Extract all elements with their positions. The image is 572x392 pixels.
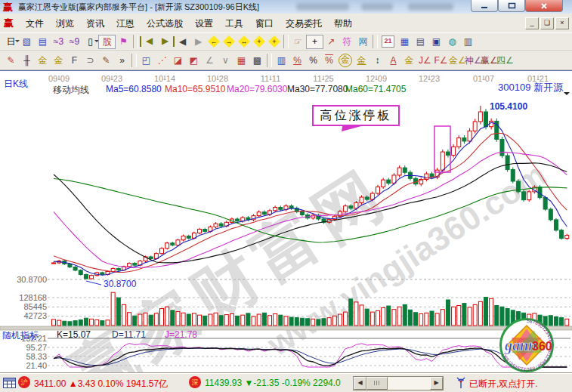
nav-next-icon[interactable]: ▶ [190,34,206,49]
tool-crosshair-icon[interactable]: + [306,35,323,49]
app-menu-icon: 赢 [4,17,14,30]
title-bar: 赢 赢家江恩专业版[赢家内部服务平台] - [新开源 SZ300109-96日K… [0,0,572,14]
gann-diamond-expand-icon[interactable]: + [253,35,265,48]
tool-wave-9-icon[interactable]: ≈9 [66,34,82,49]
menu-news[interactable]: 资讯 [80,14,110,32]
shanghai-badge-icon[interactable]: 沪 [18,376,30,388]
axis-labels: 30.87001281688544542723132.2195.2758.332… [0,71,50,373]
tool-calculator-icon[interactable]: ▦ [397,34,413,49]
draw-fan-box-icon[interactable]: ◪ [170,53,186,68]
scroll-left-icon[interactable]: ◀ [354,377,366,390]
draw-mark-pen-icon[interactable]: ✎ [98,53,114,68]
tool-notes-icon[interactable]: ▤ [413,34,428,49]
draw-grid-dark-icon[interactable]: ▩ [249,53,265,68]
draw-profile-icon[interactable]: ▥ [274,53,289,68]
draw-wave-a-icon[interactable]: A [385,53,401,68]
draw-gold-grid2-icon[interactable]: 金 [51,53,66,68]
kdj-j-value: J=21.78 [165,329,197,340]
more-tools-icon[interactable]: » [114,53,130,68]
tool-calendar-icon[interactable]: 21 [382,35,394,48]
draw-zigzag-icon[interactable]: ∨ [218,53,233,68]
quote-grid-icon[interactable] [3,377,16,389]
window-maximize-button[interactable] [498,0,525,12]
draw-grid-red-icon[interactable]: ▦ [233,53,249,68]
draw-gold-angle-icon[interactable]: 金∠ [449,53,465,68]
peak-price-label: 105.4100 [490,101,527,112]
connection-antenna-icon[interactable] [455,376,467,389]
tool-pointer-line-icon[interactable]: ↗ [323,34,339,49]
menu-trade[interactable]: 交易委托 [280,14,328,32]
main-chart-svg[interactable] [0,71,572,373]
annotation-limit-up-box: 高位涨停板 [312,105,400,126]
menu-browse[interactable]: 浏览 [50,14,80,32]
draw-pct-icon[interactable]: % [305,53,321,68]
draw-pct-cut-icon[interactable]: % [289,53,305,68]
draw-price-mark-icon[interactable]: ↕ [369,53,385,68]
window-title: 赢家江恩专业版[赢家内部服务平台] - [新开源 SZ300109-96日K线] [18,2,259,13]
axis-label: 30.8700 [0,275,47,284]
draw-angle-icon[interactable]: ∠ [202,53,218,68]
draw-j-angle-icon[interactable]: J∠ [417,53,433,68]
gann-diamond-left-icon[interactable]: ← [208,35,220,48]
stock-name-label[interactable]: 300109 新开源 [498,81,563,94]
draw-f-angle-icon[interactable]: F∠ [433,53,449,68]
window-close-button[interactable] [525,0,563,12]
scroll-right-icon[interactable]: ▶ [430,377,443,390]
tool-web-icon[interactable]: ◍ [444,34,460,49]
shenzhen-badge-icon[interactable]: 深 [189,376,201,388]
menu-window[interactable]: 窗口 [249,14,280,32]
draw-gann-fan-icon[interactable]: ⋰ [154,53,170,68]
menu-gann[interactable]: 江恩 [110,14,141,32]
nav-first-icon[interactable]: ◀ [140,36,157,47]
horizontal-scrollbar[interactable]: ◀ ▶ [353,376,444,390]
draw-fibo-grid-icon[interactable]: F [66,53,82,68]
tool-stock-figure-icon[interactable]: 股 [98,35,116,49]
tool-zoom-area-icon[interactable]: ▧ [19,34,35,49]
draw-gold-line-icon[interactable]: 金 [354,53,369,68]
menu-settings[interactable]: 设置 [189,14,219,32]
scrollbar-thumb[interactable] [366,377,388,390]
draw-grid-icon[interactable]: ╫ [19,53,35,68]
toolbar-icon [283,35,289,48]
gann-diamond-cross-icon[interactable]: + [268,35,280,48]
window-minimize-button[interactable] [471,0,498,12]
draw-si-angle-icon[interactable]: 四∠ [496,53,512,68]
connection-status-text[interactable]: 已断开,双点打开. [469,378,538,390]
menu-file[interactable]: 文件 [20,14,50,32]
draw-ying-angle-icon[interactable]: 赢∠ [481,53,496,68]
menu-formula-stockpick[interactable]: 公式选股 [141,14,189,32]
menu-tools[interactable]: 工具 [219,14,249,32]
menu-bar: 赢 文件浏览资讯江恩公式选股设置工具窗口交易委托帮助 _ ❏ × [0,14,572,33]
tool-hand-icon[interactable]: ☞ [290,34,306,49]
draw-gold-grid-icon[interactable]: 金 [35,53,51,68]
tool-band-icon[interactable]: 符 [339,34,355,49]
draw-speed-box-icon[interactable]: ◩ [186,53,202,68]
tool-net-icon[interactable]: 网 [355,34,371,49]
gann-diamond-right-icon[interactable]: → [223,35,235,48]
tool-save-icon[interactable]: ▣ [428,34,444,49]
shenzhen-index-quote: 11439.93 ▼-21.35 -0.19% 2294.0 [205,378,341,388]
draw-gold-circle-icon[interactable]: 金 [339,54,352,67]
draw-brush-icon[interactable]: ✎ [3,53,19,68]
mdi-close-button[interactable]: × [555,17,569,29]
draw-arc-icon[interactable]: ⊃ [82,53,98,68]
menu-help[interactable]: 帮助 [328,14,358,32]
draw-pct-line-icon[interactable]: % [321,53,337,68]
tool-remote-icon[interactable]: ▥ [460,34,476,49]
tool-info-board-icon[interactable]: ▤ [35,34,51,49]
tool-period-day[interactable]: 日 [3,34,19,49]
nav-prev-icon[interactable]: ◀ [175,34,190,49]
tool-main-indicator-icon[interactable]: ⚑ [116,34,131,49]
tool-candle-style-icon[interactable]: ▯ [82,34,98,49]
nav-last-icon[interactable]: ▶ [157,36,175,47]
mdi-restore-button[interactable]: ❏ [540,17,554,29]
gann-diamond-both-icon[interactable]: ↔ [238,35,250,48]
draw-box-select-icon[interactable]: ◰ [138,53,154,68]
draw-shen-angle-icon[interactable]: 神∠ [465,53,481,68]
ma-value-label: Ma20=79.6030 [227,84,287,94]
kdj-indicator-title: 随机指标 [2,329,39,342]
draw-gold-icon[interactable]: 金 [401,53,417,68]
mdi-minimize-button[interactable]: _ [525,17,539,29]
chevron-down-icon[interactable] [564,92,570,98]
tool-wave-3-icon[interactable]: ≈3 [51,34,66,49]
